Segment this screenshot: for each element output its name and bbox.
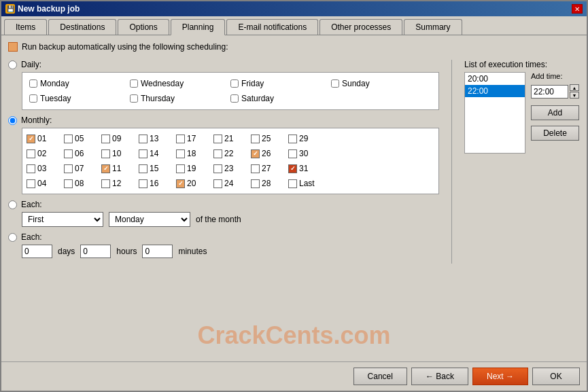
cal-30-check[interactable] <box>288 149 297 158</box>
daily-radio[interactable] <box>8 60 17 69</box>
cal-25: 25 <box>251 131 288 146</box>
day-tuesday-check[interactable] <box>29 94 37 103</box>
cal-12: 12 <box>101 176 139 191</box>
cal-14-check[interactable] <box>139 149 148 158</box>
cal-01-check[interactable]: ✓ <box>27 135 35 143</box>
weekday-select[interactable]: Monday Tuesday Wednesday Thursday Friday… <box>109 212 190 227</box>
cal-20-check[interactable]: ✓ <box>176 179 185 188</box>
monthly-radio[interactable] <box>8 116 17 125</box>
cal-29-check[interactable] <box>288 135 297 143</box>
cal-24-check[interactable] <box>213 179 222 188</box>
cal-19-check[interactable] <box>176 164 185 173</box>
next-button[interactable]: Next → <box>472 368 528 385</box>
day-wednesday-check[interactable] <box>130 79 138 88</box>
minutes-input[interactable] <box>142 245 173 258</box>
tabs-bar: Items Destinations Options Planning E-ma… <box>1 16 587 35</box>
run-backup-checkbox[interactable] <box>8 42 18 52</box>
day-thursday-check[interactable] <box>130 94 138 103</box>
cal-03: 03 <box>27 161 64 176</box>
day-monday-check[interactable] <box>29 79 37 88</box>
monthly-radio-row: Monthly: <box>8 115 439 125</box>
back-button[interactable]: ← Back <box>411 368 468 385</box>
run-backup-label: Run backup automatically using the follo… <box>22 42 228 52</box>
exec-list-label: List of execution times: <box>464 60 580 69</box>
add-button[interactable]: Add <box>531 105 579 120</box>
each-interval-radio-row: Each: <box>8 232 439 242</box>
cal-03-check[interactable] <box>27 164 35 173</box>
close-button[interactable]: ✕ <box>572 4 583 14</box>
tab-destinations[interactable]: Destinations <box>48 19 116 35</box>
tab-email[interactable]: E-mail notifications <box>226 19 318 35</box>
tab-options[interactable]: Options <box>118 19 169 35</box>
time-input[interactable] <box>531 85 568 99</box>
cal-21-check[interactable] <box>213 135 222 143</box>
cal-10-check[interactable] <box>101 149 110 158</box>
cal-08: 08 <box>64 176 101 191</box>
cal-11-check[interactable]: ✓ <box>101 164 110 173</box>
day-sunday: Sunday <box>331 76 432 91</box>
title-bar: 💾 New backup job ✕ <box>1 1 587 16</box>
daily-radio-row: Daily: <box>8 60 439 69</box>
tab-other[interactable]: Other processes <box>319 19 402 35</box>
cal-23-check[interactable] <box>213 164 222 173</box>
cal-04-check[interactable] <box>27 179 35 188</box>
daily-section: Daily: Monday Wednesday Friday Sunday Tu… <box>8 60 439 110</box>
cal-06-check[interactable] <box>64 149 73 158</box>
exec-item-20[interactable]: 20:00 <box>465 73 525 85</box>
cal-16: 16 <box>139 176 176 191</box>
tab-planning[interactable]: Planning <box>171 19 226 35</box>
tab-summary[interactable]: Summary <box>404 19 462 35</box>
time-up-button[interactable]: ▲ <box>570 84 579 91</box>
main-layout: Daily: Monday Wednesday Friday Sunday Tu… <box>8 60 580 264</box>
cal-11: ✓11 <box>101 161 139 176</box>
cal-31-check[interactable]: ✓ <box>288 164 297 173</box>
each-weekday-radio[interactable] <box>8 200 17 209</box>
cal-last: Last <box>288 176 326 191</box>
cal-17-check[interactable] <box>176 135 185 143</box>
cal-27-check[interactable] <box>251 164 260 173</box>
cal-26-check[interactable]: ✓ <box>251 149 260 158</box>
monthly-section: Monthly: ✓01 05 09 13 17 21 25 29 <box>8 115 439 194</box>
cal-08-check[interactable] <box>64 179 73 188</box>
cal-last-check[interactable] <box>288 179 297 188</box>
cancel-button[interactable]: Cancel <box>353 368 407 385</box>
time-down-button[interactable]: ▼ <box>570 92 579 99</box>
days-label: days <box>58 247 75 256</box>
day-saturday-check[interactable] <box>230 94 239 103</box>
day-friday: Friday <box>230 76 331 91</box>
cal-22-check[interactable] <box>213 149 222 158</box>
cal-18-check[interactable] <box>176 149 185 158</box>
cal-22: 22 <box>213 146 251 161</box>
first-select[interactable]: First Second Third Fourth Last <box>22 212 103 227</box>
days-input[interactable] <box>22 245 52 258</box>
each-interval-radio[interactable] <box>8 233 17 242</box>
day-saturday: Saturday <box>230 91 331 106</box>
day-tuesday: Tuesday <box>29 91 130 106</box>
cal-28-check[interactable] <box>251 179 260 188</box>
cal-16-check[interactable] <box>139 179 148 188</box>
execution-list: 20:00 22:00 <box>464 72 525 154</box>
cal-15-check[interactable] <box>139 164 148 173</box>
exec-item-22[interactable]: 22:00 <box>465 85 525 97</box>
each-weekday-controls: First Second Third Fourth Last Monday Tu… <box>22 212 439 227</box>
cal-02-check[interactable] <box>27 149 35 158</box>
tab-items[interactable]: Items <box>4 19 47 35</box>
minutes-label: minutes <box>178 247 207 256</box>
ok-button[interactable]: OK <box>532 368 580 385</box>
cal-09-check[interactable] <box>101 135 110 143</box>
cal-07-check[interactable] <box>64 164 73 173</box>
cal-13-check[interactable] <box>139 135 148 143</box>
right-panel: List of execution times: 20:00 22:00 Add… <box>464 60 580 264</box>
cal-12-check[interactable] <box>101 179 110 188</box>
day-friday-check[interactable] <box>230 79 239 88</box>
hours-input[interactable] <box>80 245 111 258</box>
cal-05-check[interactable] <box>64 135 73 143</box>
add-time-label: Add time: <box>531 72 579 80</box>
cal-25-check[interactable] <box>251 135 260 143</box>
days-grid: Monday Wednesday Friday Sunday Tuesday T… <box>22 72 439 110</box>
cal-09: 09 <box>101 131 139 146</box>
delete-button[interactable]: Delete <box>531 126 579 141</box>
cal-07: 07 <box>64 161 101 176</box>
day-sunday-check[interactable] <box>331 79 339 88</box>
time-input-row: ▲ ▼ <box>531 84 579 99</box>
